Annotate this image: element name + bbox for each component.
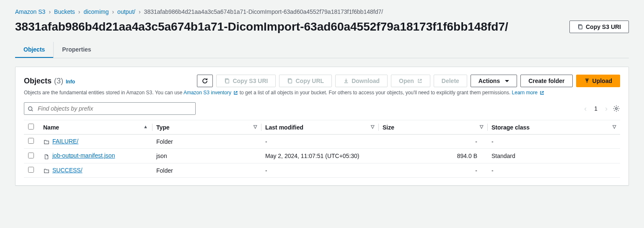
refresh-icon <box>202 78 208 84</box>
learn-more-link[interactable]: Learn more <box>512 90 545 96</box>
upload-icon <box>584 78 590 84</box>
upload-button[interactable]: Upload <box>576 75 620 87</box>
cell-type: json <box>152 149 261 163</box>
actions-dropdown[interactable]: Actions <box>471 75 517 87</box>
col-modified-header[interactable]: Last modified <box>265 124 303 131</box>
cell-modified: - <box>261 163 378 177</box>
breadcrumb-link-buckets[interactable]: Buckets <box>54 8 75 15</box>
cell-storage: - <box>487 135 620 149</box>
row-checkbox[interactable] <box>28 153 34 158</box>
svg-rect-1 <box>226 80 229 83</box>
download-label: Download <box>352 78 380 84</box>
cell-size: 894.0 B <box>378 149 487 163</box>
desc-mid: to get a list of all objects in your buc… <box>238 90 512 96</box>
gear-icon <box>613 105 620 112</box>
filter-icon: ▽ <box>613 124 616 130</box>
external-icon <box>417 78 422 83</box>
breadcrumb-link-bucket[interactable]: dicomimg <box>84 8 109 15</box>
upload-label: Upload <box>592 78 612 84</box>
chevron-icon: › <box>112 8 114 15</box>
folder-icon <box>43 138 50 145</box>
cell-modified: May 2, 2024, 11:07:51 (UTC+05:30) <box>261 149 378 163</box>
cell-storage: Standard <box>487 149 620 163</box>
settings-button[interactable] <box>613 105 620 112</box>
table-row: job-output-manifest.jsonjsonMay 2, 2024,… <box>24 149 620 163</box>
delete-label: Delete <box>442 78 459 84</box>
row-checkbox[interactable] <box>28 138 34 144</box>
copy-icon <box>287 78 293 84</box>
svg-rect-2 <box>289 80 292 83</box>
copy-url-label: Copy URL <box>295 78 324 84</box>
toolbar: Copy S3 URI Copy URL Download Open Delet… <box>197 75 620 87</box>
table-row: SUCCESS/Folder--- <box>24 163 620 177</box>
tab-objects[interactable]: Objects <box>15 42 53 58</box>
row-checkbox[interactable] <box>28 167 34 173</box>
svg-rect-0 <box>579 26 582 29</box>
info-link[interactable]: Info <box>66 79 75 85</box>
col-storage-header[interactable]: Storage class <box>491 124 530 131</box>
chevron-icon: › <box>49 8 51 15</box>
col-type-header[interactable]: Type <box>156 124 170 131</box>
copy-url-button: Copy URL <box>279 75 332 87</box>
next-page-icon: › <box>605 104 608 113</box>
copy-icon <box>577 24 583 30</box>
object-link[interactable]: SUCCESS/ <box>52 167 83 174</box>
pagination-controls: ‹ 1 › <box>584 104 620 113</box>
objects-panel: Objects (3) Info Copy S3 URI Copy URL <box>15 67 629 186</box>
download-icon <box>343 78 349 84</box>
cell-size: - <box>378 135 487 149</box>
chevron-icon: › <box>139 8 141 15</box>
breadcrumb-link-output[interactable]: output/ <box>117 8 135 15</box>
open-label: Open <box>399 78 414 84</box>
create-folder-label: Create folder <box>528 78 564 84</box>
cell-storage: - <box>487 163 620 177</box>
copy-s3-uri-toolbar: Copy S3 URI <box>216 75 276 87</box>
prev-page-icon: ‹ <box>584 104 587 113</box>
filter-icon: ▽ <box>480 124 483 130</box>
inventory-link[interactable]: Amazon S3 inventory <box>184 90 238 96</box>
delete-button: Delete <box>434 75 467 87</box>
cell-size: - <box>378 163 487 177</box>
col-size-header[interactable]: Size <box>383 124 394 131</box>
search-input[interactable] <box>24 102 196 115</box>
file-icon <box>43 153 50 160</box>
page-number: 1 <box>592 105 600 112</box>
panel-description: Objects are the fundamental entities sto… <box>24 90 620 96</box>
select-all-checkbox[interactable] <box>28 124 34 130</box>
search-wrapper <box>24 102 196 115</box>
copy-icon <box>224 78 230 84</box>
breadcrumb-link-s3[interactable]: Amazon S3 <box>15 8 45 15</box>
copy-s3-uri-button[interactable]: Copy S3 URI <box>569 21 629 33</box>
tab-properties[interactable]: Properties <box>53 42 99 58</box>
open-button: Open <box>391 75 430 87</box>
create-folder-button[interactable]: Create folder <box>520 75 572 87</box>
cell-type: Folder <box>152 135 261 149</box>
panel-title-text: Objects <box>24 77 52 86</box>
sort-asc-icon: ▲ <box>143 124 148 129</box>
panel-title: Objects (3) Info <box>24 77 75 86</box>
search-icon <box>28 105 34 112</box>
col-name-header[interactable]: Name <box>43 124 59 131</box>
actions-label: Actions <box>478 78 500 84</box>
breadcrumb-current: 3831afab986b4d21aa4a3c5a674b1a71-DicomIm… <box>144 8 383 15</box>
object-link[interactable]: FAILURE/ <box>52 138 78 145</box>
object-count: (3) <box>54 77 63 86</box>
table-row: FAILURE/Folder--- <box>24 135 620 149</box>
cell-type: Folder <box>152 163 261 177</box>
desc-pre: Objects are the fundamental entities sto… <box>24 90 184 96</box>
object-link[interactable]: job-output-manifest.json <box>52 152 115 159</box>
breadcrumb: Amazon S3 › Buckets › dicomimg › output/… <box>15 8 629 15</box>
folder-icon <box>43 167 50 174</box>
filter-icon: ▽ <box>253 124 257 130</box>
external-icon <box>540 91 544 95</box>
refresh-button[interactable] <box>197 75 213 87</box>
download-button: Download <box>335 75 388 87</box>
tabs: Objects Properties <box>15 42 629 58</box>
cell-modified: - <box>261 135 378 149</box>
objects-table: Name▲ Type▽ Last modified▽ Size▽ Storage… <box>24 120 620 178</box>
svg-point-4 <box>616 108 618 110</box>
copy-s3-uri-label: Copy S3 URI <box>586 23 621 30</box>
copy-s3-uri-label: Copy S3 URI <box>233 78 268 84</box>
external-icon <box>233 91 238 95</box>
chevron-icon: › <box>78 8 80 15</box>
